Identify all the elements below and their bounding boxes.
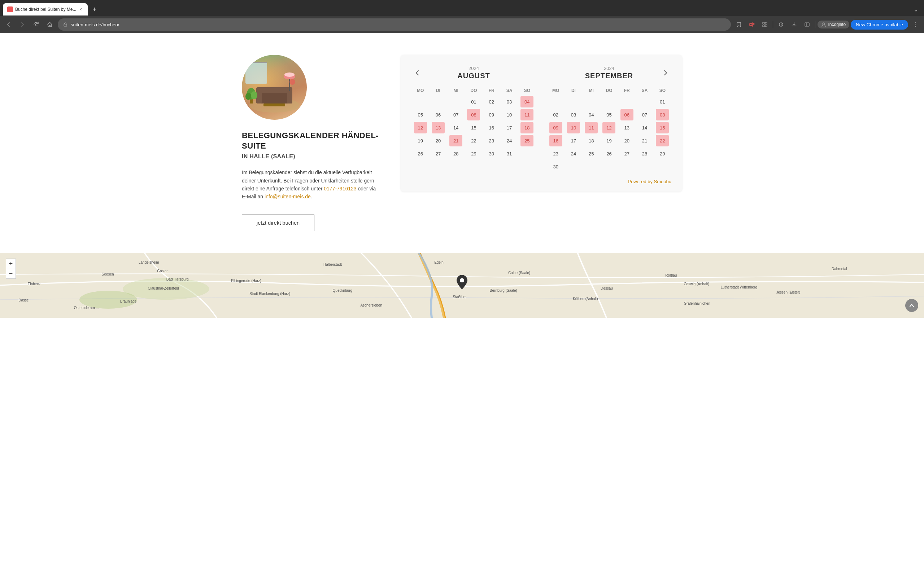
calendar-cell[interactable]: 08 [465, 108, 483, 121]
day-cell[interactable]: 21 [449, 135, 462, 147]
calendar-cell[interactable]: 18 [583, 134, 600, 147]
day-cell[interactable]: 12 [414, 122, 427, 134]
calendar-cell[interactable]: 24 [500, 134, 518, 147]
day-cell[interactable]: 03 [503, 96, 516, 108]
calendar-cell[interactable]: 25 [518, 134, 536, 147]
calendar-cell[interactable]: 17 [500, 121, 518, 134]
day-cell[interactable]: 10 [567, 122, 580, 134]
calendar-cell[interactable]: 26 [600, 147, 618, 160]
calendar-cell[interactable]: 23 [547, 147, 564, 160]
calendar-cell[interactable]: 15 [654, 121, 671, 134]
day-cell[interactable]: 09 [485, 109, 498, 121]
day-cell[interactable]: 25 [520, 135, 533, 147]
calendar-cell[interactable]: 22 [465, 134, 483, 147]
calendar-cell[interactable]: 07 [636, 108, 653, 121]
day-cell[interactable]: 04 [520, 96, 533, 108]
calendar-cell[interactable]: 13 [429, 121, 447, 134]
calendar-cell[interactable]: 16 [547, 134, 564, 147]
day-cell[interactable]: 10 [503, 109, 516, 121]
day-cell[interactable]: 01 [656, 96, 669, 108]
calendar-cell[interactable]: 12 [412, 121, 429, 134]
calendar-cell[interactable]: 06 [618, 108, 636, 121]
email-link[interactable]: info@suiten-meis.de [265, 193, 311, 200]
day-cell[interactable]: 22 [467, 135, 480, 147]
day-cell[interactable]: 14 [449, 122, 462, 134]
download-button[interactable] [788, 19, 800, 30]
day-cell[interactable]: 27 [620, 148, 633, 160]
day-cell[interactable]: 15 [656, 122, 669, 134]
day-cell[interactable]: 19 [414, 135, 427, 147]
day-cell[interactable]: 28 [449, 148, 462, 160]
day-cell[interactable]: 26 [603, 148, 615, 160]
calendar-cell[interactable]: 18 [518, 121, 536, 134]
calendar-cell[interactable]: 03 [500, 95, 518, 108]
calendar-cell[interactable]: 12 [600, 121, 618, 134]
calendar-cell[interactable]: 02 [547, 108, 564, 121]
calendar-cell[interactable]: 14 [636, 121, 653, 134]
day-cell[interactable]: 06 [620, 109, 633, 121]
more-button[interactable]: ⋮ [909, 19, 921, 30]
day-cell[interactable]: 24 [503, 135, 516, 147]
calendar-cell[interactable]: 28 [636, 147, 653, 160]
calendar-cell[interactable]: 27 [618, 147, 636, 160]
day-cell[interactable]: 07 [449, 109, 462, 121]
calendar-cell[interactable]: 03 [564, 108, 582, 121]
home-button[interactable] [44, 19, 56, 30]
calendar-cell[interactable]: 15 [465, 121, 483, 134]
day-cell[interactable]: 20 [432, 135, 445, 147]
calendar-cell[interactable]: 06 [429, 108, 447, 121]
calendar-cell[interactable]: 14 [447, 121, 465, 134]
day-cell[interactable]: 05 [414, 109, 427, 121]
calendar-cell[interactable]: 19 [600, 134, 618, 147]
day-cell[interactable]: 23 [485, 135, 498, 147]
day-cell[interactable]: 19 [603, 135, 615, 147]
day-cell[interactable]: 20 [620, 135, 633, 147]
prev-month-button[interactable] [412, 67, 423, 79]
day-cell[interactable]: 22 [656, 135, 669, 147]
day-cell[interactable]: 23 [549, 148, 562, 160]
calendar-cell[interactable]: 21 [447, 134, 465, 147]
calendar-cell[interactable]: 29 [465, 147, 483, 160]
zoom-in-button[interactable]: + [6, 259, 16, 269]
day-cell[interactable]: 17 [503, 122, 516, 134]
sidebar-button[interactable] [801, 19, 813, 30]
day-cell[interactable]: 30 [549, 161, 562, 172]
calendar-cell[interactable]: 05 [600, 108, 618, 121]
day-cell[interactable]: 28 [638, 148, 651, 160]
phone-link[interactable]: 0177-7916123 [324, 186, 356, 192]
calendar-cell[interactable]: 10 [500, 108, 518, 121]
calendar-cell[interactable]: 30 [483, 147, 500, 160]
day-cell[interactable]: 16 [485, 122, 498, 134]
day-cell[interactable]: 11 [520, 109, 533, 121]
calendar-cell[interactable]: 20 [618, 134, 636, 147]
calendar-cell[interactable]: 09 [547, 121, 564, 134]
day-cell[interactable]: 12 [603, 122, 615, 134]
next-month-button[interactable] [660, 67, 671, 79]
calendar-cell[interactable]: 08 [654, 108, 671, 121]
address-bar[interactable]: suiten-meis.de/buchen/ [58, 18, 731, 31]
calendar-cell[interactable]: 09 [483, 108, 500, 121]
calendar-cell[interactable]: 27 [429, 147, 447, 160]
calendar-cell[interactable]: 26 [412, 147, 429, 160]
day-cell[interactable]: 26 [414, 148, 427, 160]
day-cell[interactable]: 15 [467, 122, 480, 134]
tab-close-button[interactable]: × [78, 6, 83, 12]
calendar-cell[interactable]: 22 [654, 134, 671, 147]
calendar-cell[interactable]: 11 [583, 121, 600, 134]
calendar-cell[interactable]: 04 [583, 108, 600, 121]
day-cell[interactable]: 06 [432, 109, 445, 121]
calendar-cell[interactable]: 02 [483, 95, 500, 108]
day-cell[interactable]: 08 [467, 109, 480, 121]
calendar-cell[interactable]: 01 [465, 95, 483, 108]
calendar-cell[interactable]: 16 [483, 121, 500, 134]
new-chrome-button[interactable]: New Chrome available [851, 20, 908, 29]
day-cell[interactable]: 31 [503, 148, 516, 160]
day-cell[interactable]: 04 [585, 109, 598, 121]
day-cell[interactable]: 18 [585, 135, 598, 147]
calendar-cell[interactable]: 07 [447, 108, 465, 121]
day-cell[interactable]: 30 [485, 148, 498, 160]
back-button[interactable] [3, 19, 15, 30]
calendar-cell[interactable]: 11 [518, 108, 536, 121]
calendar-cell[interactable]: 25 [583, 147, 600, 160]
calendar-cell[interactable]: 30 [547, 160, 564, 173]
